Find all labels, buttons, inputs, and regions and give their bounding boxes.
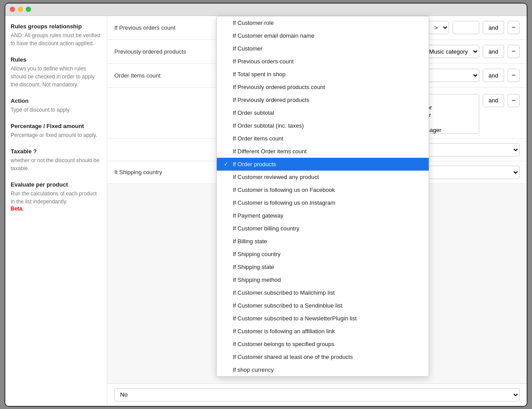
rule-label-order-items: Order Items count — [114, 72, 194, 79]
rule-label-previously-ordered: Previously ordered products — [114, 48, 194, 55]
sidebar-section-title-action: Action — [11, 97, 102, 104]
content-area: Rules groups relationship AND: All group… — [5, 16, 527, 406]
evaluate-select[interactable]: No Yes — [114, 388, 520, 401]
dropdown-label-order-products: If Order products — [233, 161, 276, 167]
maximize-button[interactable] — [26, 7, 31, 12]
dropdown-label-customer-reviewed: If Customer reviewed any product — [233, 174, 319, 180]
dropdown-item-order-subtotal[interactable]: If Order subtotal — [217, 106, 429, 119]
dropdown-label-following-instagram: If Customer is following us on Instagram — [233, 199, 335, 206]
dropdown-item-billing-state[interactable]: If Billing state — [217, 235, 429, 248]
dropdown-item-following-facebook[interactable]: If Customer is following us on Facebook — [217, 183, 429, 196]
dropdown-label-billing-country: If Customer billing country — [233, 225, 299, 232]
dropdown-label-affiliation-link: If Customer is following an affiliation … — [233, 328, 335, 335]
beta-label: Beta. — [11, 206, 102, 212]
dropdown-label-payment-gateway: If Payment gateway — [233, 212, 283, 219]
dropdown-item-prev-ordered[interactable]: If Previously ordered products — [217, 93, 429, 106]
dropdown-label-shipping-country: If Shipping country — [233, 251, 281, 257]
dropdown-item-prev-ordered-count[interactable]: If Previously ordered products count — [217, 81, 429, 93]
dropdown-item-shipping-method[interactable]: If Shipping method — [217, 273, 429, 286]
dropdown-label-previous-orders: If Previous orders count — [233, 58, 293, 65]
rule-label-previous-orders: If Previous orders count — [114, 24, 194, 31]
sidebar-section-title-percentage: Percentage / Fixed amount — [11, 123, 102, 129]
dropdown-item-mailchimp[interactable]: If Customer subscribed to Mailchimp list — [217, 286, 429, 299]
dropdown-label-mailchimp: If Customer subscribed to Mailchimp list — [233, 289, 335, 296]
evaluate-row: No Yes — [107, 383, 527, 406]
sidebar-section-desc-percentage: Percentage or fixed amount to apply. — [11, 131, 102, 139]
sidebar-section-desc-taxable: whether or not the discount should be ta… — [11, 156, 102, 172]
dropdown-item-newsletter-plugin[interactable]: If Customer subscribed to a NewsletterPl… — [217, 312, 429, 325]
title-bar — [5, 4, 527, 16]
sidebar-section-title-rules-groups: Rules groups relationship — [11, 23, 102, 30]
dropdown-label-shop-currency: If shop currency — [233, 366, 274, 373]
dropdown-label-belongs-groups: If Customer belongs to specified groups — [233, 341, 334, 347]
checkmark-order-products: ✓ — [224, 161, 230, 167]
and-button-multi[interactable]: and — [483, 94, 504, 107]
dropdown-menu[interactable]: If Customer role If Customer email domai… — [216, 16, 429, 377]
sidebar-section-title-evaluate: Evaluate per product — [11, 181, 102, 188]
and-button-row3[interactable]: and — [483, 69, 504, 82]
close-button[interactable] — [10, 7, 15, 12]
sidebar-section-action: Action Type of discount to apply. — [11, 97, 102, 114]
dropdown-item-order-items[interactable]: If Order items count — [217, 132, 429, 145]
sidebar-section-taxable: Taxable ? whether or not the discount sh… — [11, 148, 102, 172]
operator-select-previous-orders[interactable]: > < = — [429, 21, 449, 34]
category-select-previously-ordered[interactable]: Music category — [423, 45, 479, 58]
remove-button-multi[interactable]: − — [508, 94, 520, 107]
sidebar-section-percentage: Percentage / Fixed amount Percentage or … — [11, 123, 102, 139]
dropdown-label-shared-products: If Customer shared at least one of the p… — [233, 354, 353, 360]
remove-button-row2[interactable]: − — [508, 45, 520, 58]
app-window: Rules groups relationship AND: All group… — [4, 3, 528, 407]
sidebar-section-desc-rules-groups: AND: All groups rules must be verified t… — [11, 31, 102, 47]
sidebar-section-desc-action: Type of discount to apply. — [11, 106, 102, 114]
sidebar-section-title-taxable: Taxable ? — [11, 148, 102, 155]
dropdown-item-previous-orders[interactable]: If Previous orders count — [217, 55, 429, 68]
dropdown-item-payment-gateway[interactable]: If Payment gateway — [217, 209, 429, 222]
dropdown-item-belongs-groups[interactable]: If Customer belongs to specified groups — [217, 338, 429, 351]
sidebar-section-title-rules: Rules — [11, 56, 102, 63]
sidebar-section-desc-evaluate: Run the calculations of each product in … — [11, 190, 102, 206]
dropdown-label-different-order-items: If Different Order items count — [233, 148, 307, 155]
dropdown-label-order-items: If Order items count — [233, 135, 283, 142]
dropdown-label-prev-ordered: If Previously ordered products — [233, 97, 309, 103]
dropdown-item-customer-email[interactable]: If Customer email domain name — [217, 29, 429, 42]
dropdown-label-order-subtotal-taxes: If Order subtotal (inc. taxes) — [233, 122, 304, 129]
dropdown-item-following-instagram[interactable]: If Customer is following us on Instagram — [217, 196, 429, 209]
and-button-row1[interactable]: and — [483, 21, 504, 34]
window-controls — [10, 7, 31, 12]
dropdown-label-following-facebook: If Customer is following us on Facebook — [233, 187, 335, 193]
dropdown-item-total-spent[interactable]: If Total spent in shop — [217, 68, 429, 81]
dropdown-item-shop-currency[interactable]: If shop currency — [217, 363, 429, 376]
sidebar-section-desc-rules: Allows you to define which rules should … — [11, 65, 102, 89]
rule-label-shipping: It Shipping country — [114, 169, 194, 175]
dropdown-item-affiliation-link[interactable]: If Customer is following an affiliation … — [217, 325, 429, 338]
minimize-button[interactable] — [18, 7, 23, 12]
dropdown-label-shipping-state: If Shipping state — [233, 264, 274, 270]
remove-button-row3[interactable]: − — [508, 69, 520, 82]
value-input-previous-orders[interactable] — [453, 21, 479, 34]
dropdown-label-newsletter-plugin: If Customer subscribed to a NewsletterPl… — [233, 315, 357, 322]
main-content: If Previous orders count > < = and − — [107, 16, 527, 406]
dropdown-item-customer[interactable]: If Customer — [217, 42, 429, 55]
sidebar: Rules groups relationship AND: All group… — [5, 16, 107, 406]
dropdown-item-order-products[interactable]: ✓ If Order products — [217, 158, 429, 171]
dropdown-item-sendinblue[interactable]: If Customer subscribed to a Sendinblue l… — [217, 299, 429, 312]
dropdown-label-billing-state: If Billing state — [233, 238, 267, 245]
dropdown-item-billing-country[interactable]: If Customer billing country — [217, 222, 429, 235]
dropdown-label-customer: If Customer — [233, 45, 262, 52]
dropdown-item-shipping-country[interactable]: If Shipping country — [217, 248, 429, 261]
remove-button-row1[interactable]: − — [508, 21, 520, 34]
sidebar-section-evaluate: Evaluate per product Run the calculation… — [11, 181, 102, 212]
dropdown-item-customer-role[interactable]: If Customer role — [217, 16, 429, 29]
dropdown-item-customer-reviewed[interactable]: If Customer reviewed any product — [217, 171, 429, 183]
dropdown-label-order-subtotal: If Order subtotal — [233, 109, 274, 116]
dropdown-label-prev-ordered-count: If Previously ordered products count — [233, 84, 325, 90]
dropdown-item-different-order-items[interactable]: If Different Order items count — [217, 145, 429, 158]
dropdown-label-sendinblue: If Customer subscribed to a Sendinblue l… — [233, 302, 342, 309]
dropdown-label-customer-role: If Customer role — [233, 19, 274, 26]
dropdown-item-shared-products[interactable]: If Customer shared at least one of the p… — [217, 351, 429, 363]
and-button-row2[interactable]: and — [483, 45, 504, 58]
dropdown-label-total-spent: If Total spent in shop — [233, 71, 286, 78]
dropdown-item-shipping-state[interactable]: If Shipping state — [217, 261, 429, 273]
sidebar-section-rules: Rules Allows you to define which rules s… — [11, 56, 102, 89]
dropdown-item-order-subtotal-taxes[interactable]: If Order subtotal (inc. taxes) — [217, 119, 429, 132]
